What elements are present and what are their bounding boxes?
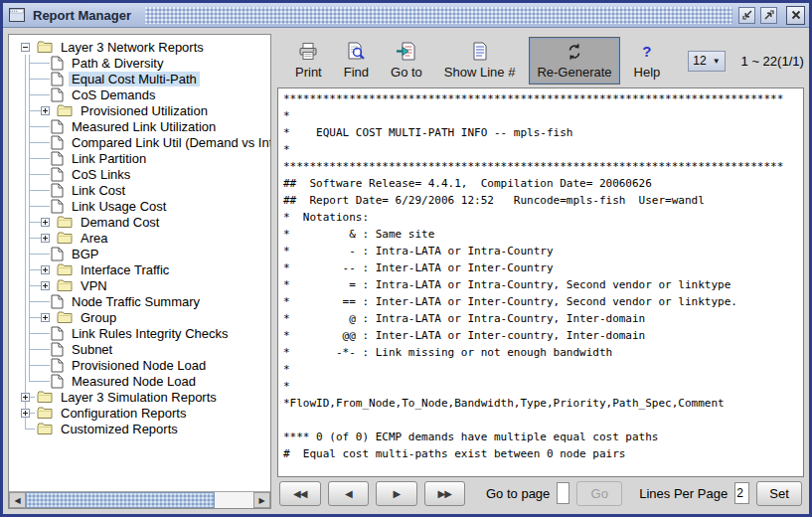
report-line: * Notations:: [283, 209, 803, 226]
tree-item[interactable]: Compared Link Util (Demand vs Inte: [9, 134, 270, 150]
last-page-button[interactable]: [424, 481, 466, 506]
regenerate-button[interactable]: Re-Generate: [529, 37, 619, 85]
tree-item[interactable]: Equal Cost Multi-Path: [9, 71, 270, 86]
report-line: * @@ : Inter-LATA or Inter-country, Inte…: [283, 327, 803, 344]
goto-page-input[interactable]: [557, 482, 569, 504]
title-bar[interactable]: Report Manager: [3, 3, 809, 28]
tree-toggle-icon[interactable]: [21, 409, 30, 418]
tree-item[interactable]: Link Usage Cost: [9, 198, 270, 214]
tree-item-label: Interface Traffic: [78, 262, 172, 277]
tree-item[interactable]: Interface Traffic: [9, 261, 270, 277]
prev-page-button[interactable]: [328, 481, 370, 506]
tree-item-label: Layer 3 Simulation Reports: [58, 390, 220, 405]
tree-item[interactable]: Area: [9, 230, 270, 246]
tree-toggle-icon[interactable]: [41, 265, 50, 274]
tree-toggle-icon[interactable]: [21, 43, 30, 52]
find-label: Find: [344, 65, 369, 80]
tree-item[interactable]: VPN: [9, 277, 270, 293]
window-title: Report Manager: [31, 8, 139, 23]
report-line: *FlowID,From_Node,To_Node,Bandwidth,Type…: [283, 395, 803, 412]
tree-item[interactable]: Group: [9, 309, 270, 325]
help-button[interactable]: ? Help: [626, 37, 669, 85]
printer-icon: [297, 42, 319, 62]
tree-item[interactable]: Measured Link Utilization: [9, 118, 270, 134]
scroll-right-button[interactable]: ▶: [253, 492, 270, 508]
tree-item-label: Path & Diversity: [69, 56, 166, 71]
goto-icon: [396, 42, 416, 62]
tree-item[interactable]: Link Rules Integrity Checks: [9, 325, 270, 341]
tree-toggle-icon[interactable]: [41, 106, 50, 115]
tree-toggle-icon[interactable]: [41, 313, 50, 322]
close-button[interactable]: [786, 6, 805, 25]
iconify-icon: [741, 9, 753, 21]
scrollbar-thumb[interactable]: [26, 492, 215, 508]
tree-item[interactable]: Demand Cost: [9, 214, 270, 230]
tree-item-label: Area: [78, 231, 110, 246]
file-icon: [51, 326, 64, 341]
report-tree-panel: Layer 3 Network Reports: [8, 34, 271, 509]
tree-toggle-icon[interactable]: [41, 234, 50, 243]
tree-item[interactable]: Measured Node Load: [9, 373, 270, 389]
scrollbar-track[interactable]: [215, 492, 253, 508]
folder-icon: [37, 423, 53, 435]
report-line: * -- : Inter-LATA or Inter-Country: [283, 259, 803, 276]
report-text-area[interactable]: ****************************************…: [277, 87, 804, 477]
tree-item-label: BGP: [69, 247, 101, 261]
tree-item-label: VPN: [78, 278, 110, 293]
tree-toggle-icon[interactable]: [41, 218, 50, 227]
report-line: *: [283, 107, 803, 124]
find-button[interactable]: Find: [336, 37, 377, 85]
file-icon: [51, 167, 64, 182]
go-button[interactable]: Go: [576, 481, 622, 506]
tree-item[interactable]: Subnet: [9, 341, 270, 357]
folder-icon: [57, 216, 73, 229]
tree-item[interactable]: Layer 3 Network Reports: [9, 39, 270, 55]
lines-per-page-input[interactable]: [734, 482, 749, 504]
iconify-button[interactable]: [738, 7, 755, 24]
set-button[interactable]: Set: [756, 481, 802, 506]
tree-item[interactable]: Configuration Reports: [9, 405, 270, 421]
window-icon: [9, 8, 25, 22]
tree-item-label: Link Rules Integrity Checks: [69, 326, 232, 341]
goto-button[interactable]: Go to: [383, 37, 430, 85]
close-icon: [790, 9, 802, 21]
show-line-number-button[interactable]: Show Line #: [436, 37, 524, 85]
tree-item-label: CoS Links: [69, 167, 133, 182]
tree-item[interactable]: Link Cost: [9, 182, 270, 198]
tree-item[interactable]: Link Partition: [9, 150, 270, 166]
folder-icon: [37, 41, 53, 54]
tree-item-label: Link Usage Cost: [69, 199, 169, 214]
tree-item[interactable]: Provisioned Utilization: [9, 102, 270, 118]
pager-bar: Go to page Go Lines Per Page Set: [277, 477, 804, 509]
tree-item[interactable]: CoS Demands: [9, 86, 270, 102]
find-icon: [346, 42, 366, 62]
tree-item[interactable]: Layer 3 Simulation Reports: [9, 389, 270, 405]
maximize-button[interactable]: [760, 7, 777, 24]
folder-icon: [37, 407, 53, 420]
first-page-button[interactable]: [279, 481, 321, 506]
toolbar: Print Find: [277, 34, 804, 87]
next-page-button[interactable]: [376, 481, 417, 506]
tree-item[interactable]: Node Traffic Summary: [9, 293, 270, 309]
page-size-dropdown[interactable]: 12: [688, 51, 725, 72]
tree-item[interactable]: Provisioned Node Load: [9, 357, 270, 373]
tree-item-label: Subnet: [69, 342, 115, 357]
scroll-left-button[interactable]: ◀: [9, 492, 26, 508]
tree-toggle-icon[interactable]: [21, 393, 30, 402]
report-line: *: [283, 361, 803, 378]
report-line: *: [283, 378, 803, 395]
tree-item[interactable]: Customized Reports: [9, 421, 270, 436]
show-line-label: Show Line #: [444, 65, 516, 80]
tree-item[interactable]: Path & Diversity: [9, 55, 270, 71]
tree-item[interactable]: BGP: [9, 246, 270, 261]
file-icon: [51, 119, 64, 134]
tree-item-label: Group: [78, 310, 119, 325]
folder-icon: [57, 104, 73, 117]
file-icon: [51, 358, 64, 373]
tree-toggle-icon[interactable]: [41, 281, 50, 290]
tree-item-label: Measured Node Load: [69, 374, 199, 389]
tree-item-label: Node Traffic Summary: [69, 294, 203, 309]
tree-item[interactable]: CoS Links: [9, 166, 270, 182]
folder-icon: [57, 232, 73, 245]
print-button[interactable]: Print: [287, 37, 330, 85]
